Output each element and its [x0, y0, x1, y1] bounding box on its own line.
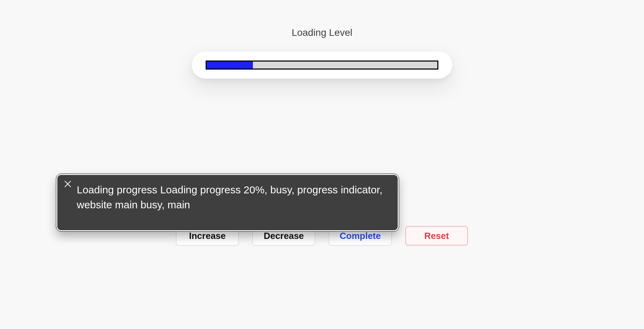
- close-icon[interactable]: [64, 180, 72, 188]
- progress-card: [192, 51, 452, 79]
- page-heading: Loading Level: [292, 27, 352, 38]
- tooltip-text: Loading progress Loading progress 20%, b…: [77, 184, 382, 210]
- progress-fill: [207, 62, 253, 69]
- progress-track: [206, 61, 438, 70]
- reset-button[interactable]: Reset: [405, 226, 468, 246]
- accessibility-tooltip: Loading progress Loading progress 20%, b…: [56, 174, 399, 231]
